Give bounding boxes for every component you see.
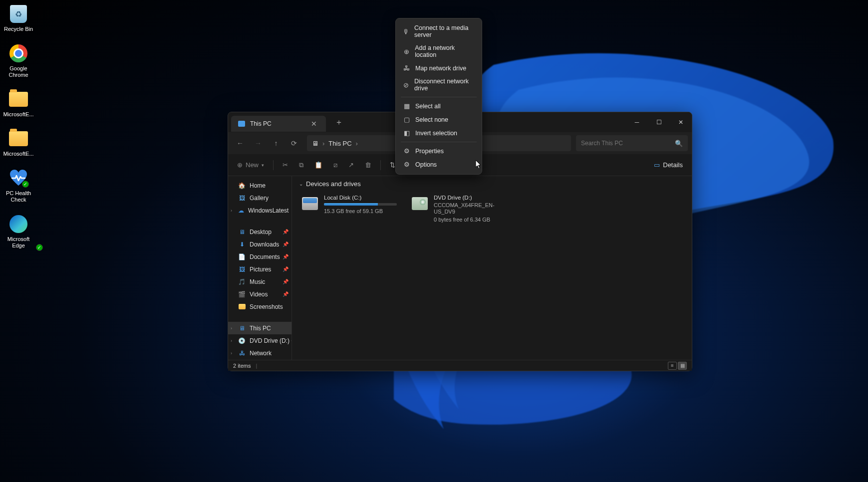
minimize-button[interactable]: ─ xyxy=(626,114,648,130)
desktop-icon-folder-2[interactable]: MicrosoftE... xyxy=(1,129,36,157)
menu-item-label: Disconnect network drive xyxy=(414,78,475,92)
sidebar-item-videos[interactable]: 🎬Videos📌 xyxy=(228,288,291,300)
navigation-pane[interactable]: 🏠Home🖼Gallery›☁WindowsLatest🖥Desktop📌⬇Do… xyxy=(228,176,292,360)
hdd-icon xyxy=(302,197,318,210)
home-icon: 🏠 xyxy=(238,182,246,189)
drive-dvd-d[interactable]: DVD Drive (D:) CCCOMA_X64FRE_EN-US_DV9 0… xyxy=(409,193,509,225)
view-tiles-button[interactable]: ▦ xyxy=(678,362,687,370)
details-icon: ▭ xyxy=(654,161,660,169)
props-icon: ⚙ xyxy=(403,147,410,155)
sidebar-item-gallery[interactable]: 🖼Gallery xyxy=(228,192,291,204)
menu-item-add-a-network-location[interactable]: ⊕Add a network location xyxy=(398,41,480,61)
selnone-icon: ▢ xyxy=(403,116,410,123)
copy-button[interactable]: ⧉ xyxy=(295,157,307,173)
delete-button[interactable]: 🗑 xyxy=(361,157,375,173)
menu-item-select-all[interactable]: ▦Select all xyxy=(398,99,480,113)
menu-item-map-network-drive[interactable]: 🖧Map network drive xyxy=(398,61,480,75)
search-box[interactable]: 🔍 xyxy=(576,135,688,151)
chevron-down-icon: ⌄ xyxy=(299,181,303,187)
new-tab-button[interactable]: ＋ xyxy=(331,115,347,130)
group-header-devices[interactable]: ⌄ Devices and drives xyxy=(299,180,685,188)
sidebar-item-music[interactable]: 🎵Music📌 xyxy=(228,275,291,288)
breadcrumb-segment[interactable]: This PC xyxy=(328,140,351,147)
desktop-icon-label: MicrosoftE... xyxy=(3,151,33,157)
tab-close-button[interactable]: ✕ xyxy=(308,119,320,129)
sidebar-item-downloads[interactable]: ⬇Downloads📌 xyxy=(228,238,291,250)
menu-item-properties[interactable]: ⚙Properties xyxy=(398,144,480,158)
desktop-icon-label: Google Chrome xyxy=(1,65,36,78)
menu-item-label: Invert selection xyxy=(415,130,457,137)
menu-item-select-none[interactable]: ▢Select none xyxy=(398,113,480,126)
desktop-icon-label: PC Health Check xyxy=(1,190,36,203)
view-list-button[interactable]: ≡ xyxy=(668,362,677,370)
pc-icon xyxy=(238,121,245,127)
folder-icon xyxy=(238,303,246,310)
folder-icon xyxy=(9,131,28,146)
context-menu: 🎙Connect to a media server⊕Add a network… xyxy=(395,18,482,175)
recycle-bin-icon xyxy=(10,5,27,23)
sidebar-item-this-pc[interactable]: ›🖥This PC xyxy=(228,322,291,334)
rename-button[interactable]: ⧄ xyxy=(329,157,341,173)
close-button[interactable]: ✕ xyxy=(670,114,692,130)
desktop-icon-pc-health[interactable]: ✓ PC Health Check xyxy=(1,168,36,203)
edge-icon: ✓ xyxy=(9,215,27,233)
delete-icon: 🗑 xyxy=(365,161,371,169)
music-icon: 🎵 xyxy=(238,278,246,285)
sidebar-item-label: Music xyxy=(250,278,265,285)
sidebar-item-label: Screenshots xyxy=(250,303,283,310)
sidebar-item-network[interactable]: ›🖧Network xyxy=(228,347,291,359)
sidebar-item-label: Gallery xyxy=(250,195,269,202)
mic-icon: 🎙 xyxy=(403,28,409,35)
pin-icon: 📌 xyxy=(283,241,289,247)
forward-button[interactable]: → xyxy=(250,135,266,151)
status-item-count: 2 items xyxy=(233,363,251,369)
desktop-icon-edge[interactable]: ✓ Microsoft Edge xyxy=(1,214,36,249)
sidebar-item-label: WindowsLatest xyxy=(248,207,289,214)
pc-icon: 🖥 xyxy=(238,324,246,332)
menu-item-disconnect-network-drive[interactable]: ⊘Disconnect network drive xyxy=(398,75,480,95)
drive-local-disk-c[interactable]: Local Disk (C:) 15.3 GB free of 59.1 GB xyxy=(299,193,399,225)
menu-item-label: Select none xyxy=(415,116,448,123)
chevron-right-icon: › xyxy=(231,208,232,213)
sidebar-item-windowslatest[interactable]: ›☁WindowsLatest xyxy=(228,204,291,217)
desktop-icon-label: Recycle Bin xyxy=(4,26,33,32)
share-icon: ↗ xyxy=(348,161,354,169)
menu-item-label: Connect to a media server xyxy=(414,24,475,38)
chevron-right-icon: › xyxy=(231,338,232,343)
sidebar-item-documents[interactable]: 📄Documents📌 xyxy=(228,250,291,263)
up-button[interactable]: ↑ xyxy=(268,135,284,151)
sidebar-item-screenshots[interactable]: Screenshots xyxy=(228,300,291,313)
sidebar-item-label: Home xyxy=(250,182,266,189)
desktop-icon-label: MicrosoftE... xyxy=(3,111,33,118)
sidebar-item-home[interactable]: 🏠Home xyxy=(228,179,291,192)
refresh-button[interactable]: ⟳ xyxy=(286,135,302,151)
cut-button[interactable]: ✂ xyxy=(279,157,292,173)
desktop-icon-recycle-bin[interactable]: Recycle Bin xyxy=(1,4,36,32)
status-bar: 2 items | ≡ ▦ xyxy=(228,360,692,371)
menu-item-options[interactable]: ⚙Options xyxy=(398,158,480,171)
desktop-icon-chrome[interactable]: Google Chrome xyxy=(1,43,36,78)
videos-icon: 🎬 xyxy=(238,290,246,298)
search-input[interactable] xyxy=(581,140,671,147)
tab-this-pc[interactable]: This PC ✕ xyxy=(231,116,326,132)
menu-item-invert-selection[interactable]: ◧Invert selection xyxy=(398,126,480,140)
paste-button[interactable]: 📋 xyxy=(310,157,326,173)
content-pane[interactable]: ⌄ Devices and drives Local Disk (C:) 15.… xyxy=(292,176,692,360)
menu-item-label: Map network drive xyxy=(415,65,466,72)
sidebar-item-label: DVD Drive (D:) C xyxy=(250,337,292,344)
details-button[interactable]: ▭Details xyxy=(650,157,687,173)
sidebar-item-desktop[interactable]: 🖥Desktop📌 xyxy=(228,226,291,238)
new-button[interactable]: ⊕New▾ xyxy=(233,157,268,173)
chrome-icon xyxy=(9,44,27,62)
plus-icon: ⊕ xyxy=(237,161,243,169)
sidebar-item-dvd-drive-d-c[interactable]: ›💿DVD Drive (D:) C xyxy=(228,334,291,347)
chevron-down-icon: ▾ xyxy=(262,163,264,168)
menu-item-connect-to-a-media-server[interactable]: 🎙Connect to a media server xyxy=(398,21,480,41)
desktop-icons: Recycle Bin Google Chrome MicrosoftE... … xyxy=(1,4,41,249)
desktop-icon-folder-1[interactable]: MicrosoftE... xyxy=(1,89,36,118)
share-button[interactable]: ↗ xyxy=(344,157,358,173)
copy-icon: ⧉ xyxy=(299,161,303,169)
back-button[interactable]: ← xyxy=(232,135,248,151)
sidebar-item-pictures[interactable]: 🖼Pictures📌 xyxy=(228,263,291,275)
maximize-button[interactable]: ☐ xyxy=(648,114,670,130)
